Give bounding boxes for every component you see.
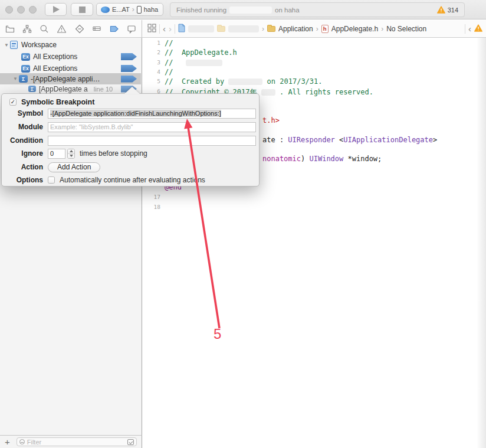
workspace-icon bbox=[10, 41, 18, 49]
code-fragment-property: nonatomic) UIWindow *window; bbox=[262, 155, 382, 163]
breakpoint-enabled-tag[interactable] bbox=[121, 76, 137, 83]
scheme-name: E...AT bbox=[112, 6, 130, 13]
issue-navigator-icon[interactable] bbox=[57, 24, 67, 34]
related-items-icon[interactable] bbox=[147, 24, 156, 34]
auto-continue-label: Automatically continue after evaluating … bbox=[60, 176, 205, 184]
status-text-suffix: on haha bbox=[275, 6, 300, 14]
close-button[interactable] bbox=[5, 6, 13, 14]
module-row: Module bbox=[2, 122, 256, 132]
sidebar-item-symbolic-breakpoint[interactable]: ▼ Σ -[AppDelegate application:... bbox=[0, 73, 141, 84]
crumb-separator: › bbox=[262, 25, 264, 33]
stop-button[interactable] bbox=[71, 3, 93, 16]
line-number: 3 bbox=[147, 59, 160, 66]
code-line-3: // bbox=[165, 58, 222, 67]
module-field[interactable] bbox=[48, 122, 256, 132]
show-enabled-breakpoints-icon[interactable] bbox=[127, 439, 134, 445]
crumb-group[interactable]: Application bbox=[278, 25, 313, 33]
line-number: 17 bbox=[147, 194, 160, 200]
redacted-comment bbox=[186, 60, 222, 66]
zoom-button[interactable] bbox=[29, 6, 37, 14]
toolbar-second-row: ‹ › › Application › h AppDelegate.h › No… bbox=[0, 20, 486, 38]
symbolic-breakpoint-icon: Σ bbox=[19, 75, 28, 83]
breakpoint-navigator-icon[interactable] bbox=[109, 24, 119, 34]
line-number: 4 bbox=[147, 68, 160, 75]
previous-issue-button[interactable]: ‹ bbox=[468, 24, 471, 33]
folder-icon bbox=[217, 26, 225, 32]
stepper-up-icon[interactable] bbox=[68, 149, 74, 154]
breakpoint-label: [AppDelegate a bbox=[39, 85, 88, 93]
breakpoint-enabled-checkbox[interactable]: ✓ bbox=[9, 99, 17, 106]
crumb-file[interactable]: AppDelegate.h bbox=[331, 25, 378, 33]
forward-button[interactable]: › bbox=[169, 24, 172, 33]
popover-arrow bbox=[124, 87, 140, 94]
symbol-navigator-icon[interactable] bbox=[22, 24, 32, 34]
scheme-separator: › bbox=[132, 5, 134, 14]
crumb-separator: › bbox=[381, 25, 383, 33]
breakpoint-edit-popover: ✓ Symbolic Breakpoint Symbol -[AppDelega… bbox=[1, 93, 260, 187]
run-button[interactable] bbox=[45, 3, 67, 16]
scheme-selector[interactable]: E...AT › haha bbox=[96, 3, 163, 16]
divider bbox=[465, 24, 465, 34]
sidebar-item-resolved-location[interactable]: Σ [AppDelegate a line 10 bbox=[0, 84, 141, 93]
minimize-button[interactable] bbox=[17, 6, 25, 14]
debug-navigator-icon[interactable] bbox=[92, 24, 101, 34]
project-navigator-icon[interactable] bbox=[5, 24, 15, 34]
line-number: 5 bbox=[147, 78, 160, 84]
sidebar-filter-bar: + bbox=[0, 435, 142, 448]
line-number: 2 bbox=[147, 49, 160, 55]
disclosure-triangle-icon[interactable]: ▼ bbox=[4, 42, 10, 48]
symbolic-breakpoint-icon: Σ bbox=[28, 86, 36, 92]
navigator-selector-bar bbox=[0, 20, 142, 37]
redacted-app-name bbox=[229, 6, 272, 14]
exception-breakpoint-icon: Ex bbox=[21, 53, 30, 61]
breakpoint-enabled-tag[interactable] bbox=[121, 65, 137, 72]
warning-icon bbox=[437, 6, 445, 14]
filter-input[interactable] bbox=[27, 439, 125, 446]
jumpbar-warning-icon[interactable] bbox=[474, 24, 482, 34]
ignore-count-field[interactable] bbox=[48, 149, 65, 159]
sidebar-item-all-exceptions-1[interactable]: Ex All Exceptions bbox=[0, 51, 141, 63]
filter-field[interactable] bbox=[17, 437, 137, 446]
issue-badge[interactable]: 314 bbox=[437, 6, 458, 14]
warning-count: 314 bbox=[448, 6, 458, 14]
options-row: Options Automatically continue after eva… bbox=[2, 175, 256, 185]
redacted-company bbox=[261, 89, 275, 96]
breakpoint-enabled-tag[interactable] bbox=[121, 53, 137, 60]
condition-row: Condition bbox=[2, 135, 256, 146]
popover-title: Symbolic Breakpoint bbox=[21, 98, 94, 106]
file-icon bbox=[178, 24, 185, 34]
action-label: Action bbox=[2, 163, 43, 171]
report-navigator-icon[interactable] bbox=[127, 24, 136, 34]
condition-field[interactable] bbox=[48, 136, 256, 146]
code-line-4: // bbox=[165, 68, 173, 76]
add-breakpoint-button[interactable]: + bbox=[5, 437, 10, 446]
device-name: haha bbox=[144, 6, 158, 13]
symbol-field[interactable]: -[AppDelegate application:didFinishLaunc… bbox=[48, 109, 256, 119]
code-line-2: // AppDelegate.h bbox=[165, 48, 237, 57]
titlebar: E...AT › haha Finished running on haha 3… bbox=[0, 0, 486, 19]
auto-continue-checkbox[interactable] bbox=[48, 176, 55, 184]
back-button[interactable]: ‹ bbox=[163, 24, 166, 33]
options-label: Options bbox=[2, 176, 43, 184]
test-navigator-icon[interactable] bbox=[75, 24, 84, 34]
scrollbar-track[interactable] bbox=[477, 38, 486, 448]
code-line-5: // Created by on 2017/3/31. bbox=[165, 77, 323, 86]
symbol-row: Symbol -[AppDelegate application:didFini… bbox=[2, 108, 256, 119]
breakpoint-label: All Exceptions bbox=[33, 53, 77, 61]
redacted-crumb bbox=[188, 25, 214, 32]
crumb-separator: › bbox=[316, 25, 318, 33]
search-navigator-icon[interactable] bbox=[40, 24, 49, 34]
sidebar-item-all-exceptions-2[interactable]: Ex All Exceptions bbox=[0, 63, 141, 74]
breakpoint-label: -[AppDelegate application:... bbox=[31, 75, 100, 83]
module-label: Module bbox=[2, 123, 43, 131]
breakpoint-line-detail: line 10 bbox=[94, 86, 113, 93]
disclosure-triangle-icon[interactable]: ▼ bbox=[13, 76, 19, 81]
line-number: 18 bbox=[147, 204, 160, 210]
ignore-count-stepper[interactable] bbox=[67, 149, 75, 159]
stepper-down-icon[interactable] bbox=[68, 154, 74, 158]
line-number: 1 bbox=[147, 40, 160, 46]
add-action-button[interactable]: Add Action bbox=[48, 162, 100, 172]
symbol-label: Symbol bbox=[2, 109, 43, 117]
crumb-selection[interactable]: No Selection bbox=[386, 25, 426, 33]
sidebar-item-workspace[interactable]: ▼ Workspace bbox=[0, 39, 141, 51]
